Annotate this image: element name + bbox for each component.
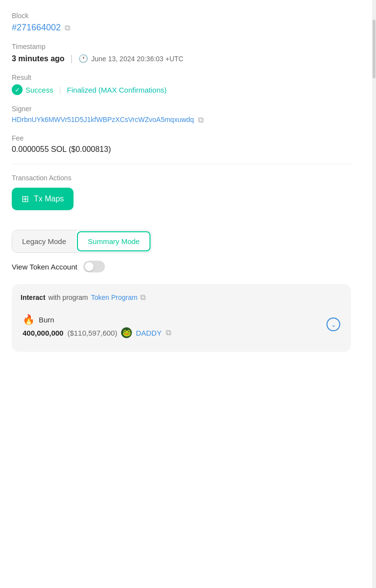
divider	[12, 164, 351, 164]
fee-label: Fee	[12, 134, 351, 142]
burn-label-text: Burn	[39, 316, 54, 324]
burn-amount-row: 400,000,000 ($110,597,600) 🐸 DADDY ⧉	[23, 327, 171, 338]
burn-amount-value: 400,000,000	[23, 329, 63, 337]
token-avatar: 🐸	[121, 327, 132, 338]
program-copy-icon[interactable]: ⧉	[140, 293, 146, 302]
signer-section: Signer HDrbnUYk6MWVr51D5J1kfWBPzXCsVrcWZ…	[12, 105, 351, 124]
signer-label: Signer	[12, 105, 351, 113]
block-label: Block	[12, 12, 351, 20]
interaction-card: Interact with program Token Program ⧉ 🔥 …	[12, 284, 351, 352]
burn-label-row: 🔥 Burn	[23, 314, 171, 325]
tx-actions-section: Transaction Actions ⊞ Tx Maps	[12, 174, 351, 220]
summary-mode-button[interactable]: Summary Mode	[77, 231, 150, 251]
view-token-toggle[interactable]	[83, 261, 105, 272]
block-number-value[interactable]: #271664002	[12, 23, 61, 33]
chevron-down-icon[interactable]: ⌄	[326, 318, 340, 331]
success-text: Success	[25, 86, 53, 94]
tx-maps-button[interactable]: ⊞ Tx Maps	[12, 188, 74, 210]
token-program-link[interactable]: Token Program	[91, 294, 138, 301]
result-section: Result ✓ Success | Finalized (MAX Confir…	[12, 74, 351, 95]
toggle-knob	[85, 262, 94, 271]
tx-actions-label: Transaction Actions	[12, 174, 351, 182]
burn-fire-icon: 🔥	[23, 314, 35, 325]
burn-usd-value: ($110,597,600)	[67, 329, 117, 337]
fee-section: Fee 0.0000055 SOL ($0.000813)	[12, 134, 351, 154]
block-section: Block #271664002 ⧉	[12, 12, 351, 33]
timestamp-full: June 13, 2024 20:36:03 +UTC	[91, 55, 183, 63]
fee-value: 0.0000055 SOL ($0.000813)	[12, 145, 351, 154]
result-separator: |	[59, 86, 61, 94]
result-row: ✓ Success | Finalized (MAX Confirmations…	[12, 84, 351, 95]
clock-icon: 🕐	[78, 54, 88, 63]
signer-address-row: HDrbnUYk6MWVr51D5J1kfWBPzXCsVrcWZvoA5mqx…	[12, 116, 351, 124]
timestamp-divider: |	[71, 53, 73, 64]
view-token-row: View Token Account	[12, 261, 351, 272]
timestamp-detail: 🕐 June 13, 2024 20:36:03 +UTC	[78, 54, 183, 63]
timestamp-section: Timestamp 3 minutes ago | 🕐 June 13, 202…	[12, 43, 351, 64]
interact-bold-label: Interact	[21, 294, 46, 301]
block-number-row: #271664002 ⧉	[12, 23, 351, 33]
with-program-text: with program	[49, 294, 88, 301]
signer-copy-icon[interactable]: ⧉	[198, 116, 203, 124]
success-badge: ✓ Success	[12, 84, 53, 95]
burn-left: 🔥 Burn 400,000,000 ($110,597,600) 🐸 DADD…	[23, 314, 171, 338]
view-token-label: View Token Account	[12, 263, 77, 271]
tx-maps-label: Tx Maps	[34, 195, 64, 203]
timestamp-relative: 3 minutes ago	[12, 54, 65, 63]
interact-header: Interact with program Token Program ⧉	[21, 293, 342, 302]
burn-row: 🔥 Burn 400,000,000 ($110,597,600) 🐸 DADD…	[21, 309, 342, 343]
block-copy-icon[interactable]: ⧉	[65, 24, 70, 32]
finalized-text: Finalized (MAX Confirmations)	[67, 86, 167, 94]
token-name-copy-icon[interactable]: ⧉	[166, 328, 171, 337]
signer-address-value[interactable]: HDrbnUYk6MWVr51D5J1kfWBPzXCsVrcWZvoA5mqx…	[12, 116, 194, 123]
tx-maps-icon: ⊞	[22, 194, 29, 204]
legacy-mode-button[interactable]: Legacy Mode	[12, 230, 76, 252]
timestamp-label: Timestamp	[12, 43, 351, 50]
daddy-token-link[interactable]: DADDY	[136, 329, 162, 337]
timestamp-row: 3 minutes ago | 🕐 June 13, 2024 20:36:03…	[12, 53, 351, 64]
result-label: Result	[12, 74, 351, 81]
success-icon: ✓	[12, 84, 23, 95]
mode-toggle: Legacy Mode Summary Mode	[12, 230, 152, 253]
